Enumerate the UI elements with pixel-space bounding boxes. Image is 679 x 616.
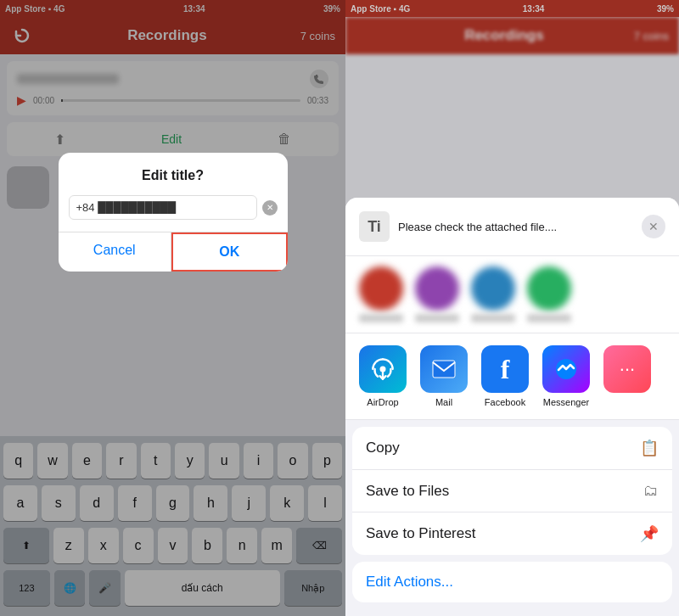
- contact-name-3: [471, 314, 515, 322]
- contact-avatar-1: [359, 266, 403, 311]
- input-clear-button[interactable]: ✕: [262, 200, 278, 216]
- dialog-buttons: Cancel OK: [59, 232, 288, 272]
- app-item-messenger[interactable]: Messenger: [542, 345, 590, 407]
- dialog-input-row: ✕: [59, 192, 288, 232]
- dialog-overlay: Edit title? ✕ Cancel OK: [0, 0, 345, 616]
- app-item-mail[interactable]: Mail: [420, 345, 468, 407]
- share-overlay: Ti Please check the attached file.... ✕: [345, 0, 679, 616]
- app-item-more[interactable]: ···: [603, 345, 651, 407]
- save-files-action[interactable]: Save to Files 🗂: [352, 470, 672, 512]
- dialog-title: Edit title?: [59, 153, 288, 192]
- contact-name-4: [527, 314, 571, 322]
- contact-name-2: [415, 314, 459, 322]
- copy-action[interactable]: Copy 📋: [352, 427, 672, 470]
- share-header: Ti Please check the attached file.... ✕: [345, 198, 679, 256]
- apps-row: AirDrop Mail f Facebook: [345, 333, 679, 420]
- share-close-button[interactable]: ✕: [642, 215, 665, 238]
- save-files-icon: 🗂: [643, 482, 659, 500]
- copy-icon: 📋: [640, 439, 659, 457]
- airdrop-label: AirDrop: [367, 397, 398, 407]
- contact-avatar-3: [471, 266, 515, 311]
- app-item-airdrop[interactable]: AirDrop: [359, 345, 407, 407]
- messenger-label: Messenger: [543, 397, 589, 407]
- right-panel: App Store ▪ 4G 13:34 39% Recordings 7 co…: [345, 0, 679, 616]
- contact-name-1: [359, 314, 403, 322]
- share-header-text: Please check the attached file....: [398, 221, 633, 233]
- facebook-icon: f: [481, 345, 529, 393]
- save-pinterest-icon: 📌: [640, 524, 659, 543]
- dialog-input-field[interactable]: [69, 195, 257, 220]
- mail-icon: [420, 345, 468, 393]
- edit-actions-button[interactable]: Edit Actions...: [352, 562, 672, 602]
- contacts-row: [345, 256, 679, 333]
- contact-avatar-2: [415, 266, 459, 311]
- save-pinterest-label: Save to Pinterest: [366, 525, 475, 542]
- more-apps-icon: ···: [603, 345, 651, 393]
- app-item-facebook[interactable]: f Facebook: [481, 345, 529, 407]
- messenger-icon: [542, 345, 590, 393]
- contact-item-4[interactable]: [527, 266, 571, 322]
- share-actions: Copy 📋 Save to Files 🗂 Save to Pinterest…: [352, 427, 672, 555]
- svg-rect-2: [433, 361, 455, 378]
- contact-item-2[interactable]: [415, 266, 459, 322]
- contact-item-3[interactable]: [471, 266, 515, 322]
- airdrop-icon: [359, 345, 407, 393]
- contact-item-1[interactable]: [359, 266, 403, 322]
- share-sheet: Ti Please check the attached file.... ✕: [345, 198, 679, 616]
- edit-actions-label: Edit Actions...: [366, 574, 453, 590]
- edit-title-dialog: Edit title? ✕ Cancel OK: [59, 153, 288, 272]
- contact-avatar-4: [527, 266, 571, 311]
- facebook-label: Facebook: [485, 397, 525, 407]
- copy-label: Copy: [366, 440, 400, 456]
- left-panel: App Store ▪ 4G 13:34 39% Recordings 7 co…: [0, 0, 345, 616]
- save-pinterest-action[interactable]: Save to Pinterest 📌: [352, 512, 672, 555]
- cancel-button[interactable]: Cancel: [59, 232, 172, 272]
- share-file-icon: Ti: [359, 211, 390, 242]
- save-files-label: Save to Files: [366, 483, 449, 500]
- mail-label: Mail: [435, 397, 452, 407]
- ok-button[interactable]: OK: [171, 232, 288, 272]
